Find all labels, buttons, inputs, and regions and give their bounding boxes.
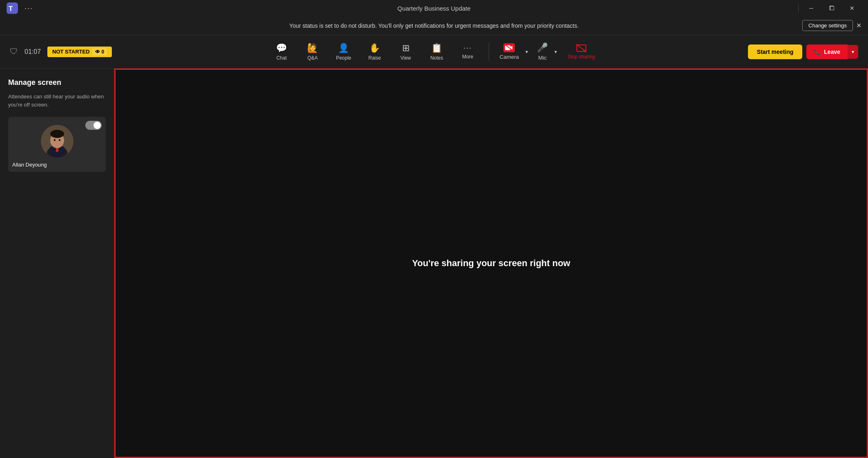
minimize-button[interactable]: ─	[802, 2, 821, 15]
avatar-image	[41, 125, 73, 158]
viewer-count-badge: 👁 0	[92, 48, 107, 56]
screen-share-area: You're sharing your screen right now	[114, 69, 868, 458]
notification-message: Your status is set to do not disturb. Yo…	[289, 22, 579, 29]
title-bar-left: T ···	[7, 2, 36, 14]
sharing-message: You're sharing your screen right now	[412, 258, 570, 269]
not-started-badge: NOT STARTED 👁 0	[47, 47, 112, 57]
raise-icon: ✋	[369, 43, 380, 53]
toolbar: 🛡 01:07 NOT STARTED 👁 0 💬 Chat 🙋 Q&A 👤 P…	[0, 35, 868, 69]
manage-screen-desc: Attendees can still hear your audio when…	[8, 93, 106, 109]
notes-label: Notes	[430, 55, 443, 61]
camera-off-icon	[503, 43, 515, 52]
leave-chevron-button[interactable]: ▾	[848, 45, 858, 59]
title-bar-controls: ─ ⧠ ✕	[797, 2, 861, 15]
notification-close-button[interactable]: ✕	[856, 22, 861, 29]
meeting-timer: 01:07	[24, 48, 41, 56]
toolbar-right: Start meeting 📞 Leave ▾	[711, 44, 858, 59]
left-panel: Manage screen Attendees can still hear y…	[0, 69, 114, 458]
stop-sharing-label: Stop sharing	[568, 54, 595, 60]
notes-button[interactable]: 📋 Notes	[423, 40, 451, 63]
notification-bar-right: Change settings ✕	[802, 20, 861, 31]
qna-label: Q&A	[307, 55, 318, 61]
mic-icon: 🎤	[537, 42, 548, 53]
notification-bar: Your status is set to do not disturb. Yo…	[0, 16, 868, 35]
toolbar-center: 💬 Chat 🙋 Q&A 👤 People ✋ Raise ⊞ View 📋 N…	[157, 40, 711, 63]
chat-label: Chat	[276, 55, 287, 61]
toolbar-left: 🛡 01:07 NOT STARTED 👁 0	[10, 47, 157, 57]
not-started-label: NOT STARTED	[52, 49, 89, 55]
leave-button[interactable]: 📞 Leave	[806, 44, 848, 59]
participant-toggle[interactable]	[85, 121, 102, 130]
people-label: People	[336, 55, 351, 61]
camera-button[interactable]: Camera	[496, 41, 523, 62]
participant-card: Allan Deyoung	[8, 117, 106, 172]
chat-button[interactable]: 💬 Chat	[267, 40, 296, 63]
title-divider	[798, 4, 799, 12]
raise-button[interactable]: ✋ Raise	[361, 40, 389, 63]
more-label: More	[462, 54, 473, 60]
start-meeting-button[interactable]: Start meeting	[748, 44, 802, 59]
qna-button[interactable]: 🙋 Q&A	[298, 40, 327, 63]
view-icon: ⊞	[402, 43, 410, 53]
camera-control: Camera ▾	[496, 41, 530, 62]
svg-point-10	[50, 130, 64, 138]
view-label: View	[401, 55, 411, 61]
stop-sharing-button[interactable]: Stop sharing	[562, 42, 601, 62]
view-button[interactable]: ⊞ View	[392, 40, 420, 63]
raise-label: Raise	[368, 55, 381, 61]
mic-label: Mic	[538, 55, 547, 61]
avatar	[41, 125, 73, 158]
leave-button-wrap: 📞 Leave ▾	[806, 44, 858, 59]
stop-sharing-icon	[576, 44, 587, 52]
more-icon: ···	[463, 44, 472, 52]
shield-icon: 🛡	[10, 47, 18, 56]
svg-text:T: T	[9, 5, 13, 13]
close-button[interactable]: ✕	[843, 2, 861, 15]
title-bar: T ··· Quarterly Business Update ─ ⧠ ✕	[0, 0, 868, 16]
manage-screen-title: Manage screen	[8, 78, 106, 87]
toggle-switch[interactable]	[85, 121, 102, 130]
leave-label: Leave	[824, 49, 840, 55]
mic-control: 🎤 Mic ▾	[533, 40, 559, 63]
camera-label: Camera	[500, 54, 519, 60]
toolbar-divider-1	[489, 43, 489, 61]
qna-icon: 🙋	[307, 43, 318, 53]
more-options-button[interactable]: ···	[21, 4, 36, 13]
chat-icon: 💬	[276, 43, 287, 53]
mic-chevron-button[interactable]: ▾	[552, 47, 559, 57]
notes-icon: 📋	[431, 43, 442, 53]
people-icon: 👤	[338, 43, 349, 53]
mic-button[interactable]: 🎤 Mic	[533, 40, 552, 63]
eye-icon: 👁	[95, 49, 100, 55]
people-button[interactable]: 👤 People	[329, 40, 358, 63]
restore-button[interactable]: ⧠	[822, 2, 841, 15]
participant-name: Allan Deyoung	[12, 162, 102, 168]
window-title: Quarterly Business Update	[397, 5, 470, 12]
change-settings-button[interactable]: Change settings	[802, 20, 853, 31]
teams-logo-icon: T	[7, 2, 18, 14]
main-content: Manage screen Attendees can still hear y…	[0, 69, 868, 458]
viewer-count: 0	[102, 49, 105, 55]
svg-point-12	[59, 139, 60, 141]
leave-phone-icon: 📞	[814, 49, 821, 55]
more-button[interactable]: ··· More	[454, 41, 482, 62]
svg-point-11	[54, 139, 56, 141]
camera-chevron-button[interactable]: ▾	[523, 47, 530, 57]
